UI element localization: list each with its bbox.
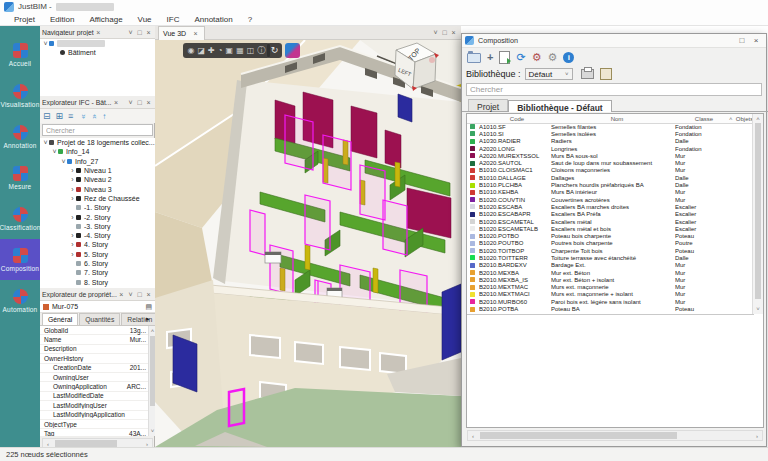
property-row[interactable]: ObjectType <box>40 420 155 429</box>
library-dropdown[interactable]: Défaut ˅ <box>525 68 573 80</box>
viewport-3d-canvas[interactable]: TOP LEFT ◉ ◪ ✚ ◔ ▣ ▦ ◫ ⓘ ↻ <box>155 40 461 447</box>
table-row[interactable]: B2010.MEXTMACI Murs ext. maçonnerie + is… <box>467 291 754 298</box>
property-row[interactable]: GlobalId 13g... <box>40 326 155 335</box>
record-icon[interactable]: ◉ <box>188 43 195 58</box>
ifc-search-input[interactable] <box>42 124 153 136</box>
table-row[interactable]: B1020.COUVTIN Couvertines acrotères Mur <box>467 196 754 203</box>
column-nom[interactable]: Nom <box>555 116 679 122</box>
hscroll-thumb[interactable] <box>55 440 117 447</box>
chevron-icon[interactable]: › <box>69 251 76 258</box>
sidebar-item[interactable]: Mesure <box>0 157 40 198</box>
ifc-menu-icon[interactable]: ˅ <box>126 98 135 107</box>
table-row[interactable]: B1020.POUTBO Poutres bois charpente Pout… <box>467 240 754 247</box>
table-row[interactable]: B1010.CLOISMAC1 Cloisons maçonneries Mur <box>467 167 754 174</box>
open-library-icon[interactable] <box>467 53 481 63</box>
property-row[interactable]: Description <box>40 345 155 354</box>
property-row[interactable]: OwningApplication ARC... <box>40 382 155 391</box>
sync-icon[interactable]: ⟳ <box>516 52 525 63</box>
close-icon[interactable]: × <box>749 36 763 45</box>
property-row[interactable]: OwningUser <box>40 373 155 382</box>
property-row[interactable]: OwnerHistory <box>40 354 155 363</box>
menu-item[interactable]: Affichage <box>89 15 122 24</box>
maximize-icon[interactable]: □ <box>735 36 749 45</box>
property-row[interactable]: Name Mur... <box>40 335 155 344</box>
column-classe[interactable]: Classe <box>679 116 729 122</box>
tab-overflow-icon[interactable]: ▸ <box>146 315 150 323</box>
menu-item[interactable]: ? <box>248 15 252 24</box>
help-info-icon[interactable]: i <box>563 52 574 63</box>
table-row[interactable]: B1020.TOITTERR Toiture terrasse avec éta… <box>467 254 754 261</box>
chevron-icon[interactable]: › <box>69 186 76 193</box>
sidebar-item[interactable]: Classification <box>0 198 40 239</box>
tree-grouped-icon[interactable]: ⊞ <box>56 111 64 121</box>
table-row[interactable]: B2010.MURBO60 Paroi bois ext. légère san… <box>467 298 754 305</box>
sidebar-item[interactable]: Composition <box>0 239 40 280</box>
table-row[interactable]: B1010.KEHBA Murs BA intérieur Mur <box>467 189 754 196</box>
ifc-tree-row[interactable]: › Niveau 2 <box>40 175 155 184</box>
ifc-tree-row[interactable]: -3. Story <box>40 222 155 231</box>
sidebar-item[interactable]: Annotation <box>0 116 40 157</box>
table-row[interactable]: B1020.TOITBOP Charpente Toit bois Poteau <box>467 247 754 254</box>
print-icon[interactable] <box>581 69 594 79</box>
properties-tab[interactable]: Quantités <box>79 313 120 325</box>
table-row[interactable]: A1010.SF Semelles filantes Fondation <box>467 123 754 130</box>
scroll-top-icon[interactable]: ↑ <box>102 112 106 121</box>
ifc-tree-row[interactable]: ˅ Info_14 <box>40 147 155 156</box>
ifc-tab-close-icon[interactable]: × <box>112 98 121 107</box>
composition-tab[interactable]: Bibliothèque - Défaut <box>508 100 611 112</box>
scroll-right-icon[interactable]: › <box>752 431 762 440</box>
table-row[interactable]: A1010.SI Semelles isolées Fondation <box>467 130 754 137</box>
table-row[interactable]: B2010.MEXBA_IS Mur ext. Béton + isolant … <box>467 276 754 283</box>
menu-item[interactable]: Projet <box>14 15 35 24</box>
tab-vue-3d[interactable]: Vue 3D × <box>158 26 205 40</box>
chevron-icon[interactable]: ˅ <box>42 139 49 146</box>
table-row[interactable]: B1020.ESCAMETAL Escaliers métal Escalier <box>467 218 754 225</box>
color-mode-icon[interactable] <box>285 43 300 58</box>
properties-menu-icon[interactable]: ˅ <box>126 290 135 299</box>
table-row[interactable]: A1030.RADIER Radiers Dalle <box>467 138 754 145</box>
properties-float-icon[interactable]: □ <box>135 290 144 299</box>
navigator-root-row[interactable]: ˅ <box>40 39 155 48</box>
chevron-icon[interactable]: › <box>69 214 76 221</box>
composition-title-bar[interactable]: Composition □ × <box>462 34 766 48</box>
tab-close-icon[interactable]: × <box>191 29 200 38</box>
menu-item[interactable]: Edition <box>50 15 74 24</box>
navigator-building-row[interactable]: Bâtiment <box>40 48 155 57</box>
column-code[interactable]: Code <box>479 116 555 122</box>
table-row[interactable]: B2010.MEXBA Mur ext. Béton Mur <box>467 269 754 276</box>
tree-structure-icon[interactable]: ⊟ <box>43 111 51 121</box>
table-row[interactable]: A2020.LONG Longrines Fondation <box>467 145 754 152</box>
properties-tab-close-icon[interactable]: × <box>117 290 126 299</box>
import-icon[interactable] <box>499 51 510 64</box>
table-row[interactable]: B2010.MEXTMAC Murs ext. maçonnerie Mur <box>467 284 754 291</box>
navigator-menu-icon[interactable]: ˅ <box>126 28 135 37</box>
ifc-tree-row[interactable]: › -2. Story <box>40 212 155 221</box>
property-row[interactable]: LastModifyingUser <box>40 401 155 410</box>
reset-view-icon[interactable]: ↻ <box>267 43 282 58</box>
export-icon[interactable] <box>600 68 612 80</box>
ifc-tree-row[interactable]: › Niveau 1 <box>40 166 155 175</box>
viewport-float-icon[interactable]: □ <box>440 28 449 37</box>
ifc-tree-row[interactable]: › 4. Story <box>40 240 155 249</box>
table-vscrollbar[interactable]: ˄ ˅ <box>752 114 763 314</box>
chevron-icon[interactable]: › <box>69 232 76 239</box>
chevron-icon[interactable]: › <box>69 167 76 174</box>
ifc-close-icon[interactable]: × <box>144 98 153 107</box>
section-box-icon[interactable]: ▣ <box>226 43 234 58</box>
table-row[interactable]: A2020.MUREXTSSOL Murs BA sous-sol Mur <box>467 152 754 159</box>
shaded-view-icon[interactable]: ◪ <box>197 43 205 58</box>
composition-hscrollbar[interactable]: ‹ › <box>467 430 763 441</box>
properties-close-icon[interactable]: × <box>144 290 153 299</box>
vscroll-thumb[interactable] <box>755 123 761 299</box>
chevron-icon[interactable]: ˅ <box>60 158 67 165</box>
property-row[interactable]: LastModifyingApplication <box>40 411 155 420</box>
ifc-tree-row[interactable]: 7. Story <box>40 268 155 277</box>
ifc-tree-row[interactable]: -1. Story <box>40 203 155 212</box>
navigator-close-icon[interactable]: × <box>144 28 153 37</box>
table-row[interactable]: B1020.POTBO Poteau bois charpente Poteau <box>467 232 754 239</box>
ifc-tree-row[interactable]: › -4. Story <box>40 231 155 240</box>
property-row[interactable]: CreationDate 201... <box>40 364 155 373</box>
flat-list-icon[interactable]: ≡ <box>68 111 73 121</box>
hscroll-thumb[interactable] <box>480 432 677 439</box>
add-composition-icon[interactable]: + <box>487 52 493 63</box>
